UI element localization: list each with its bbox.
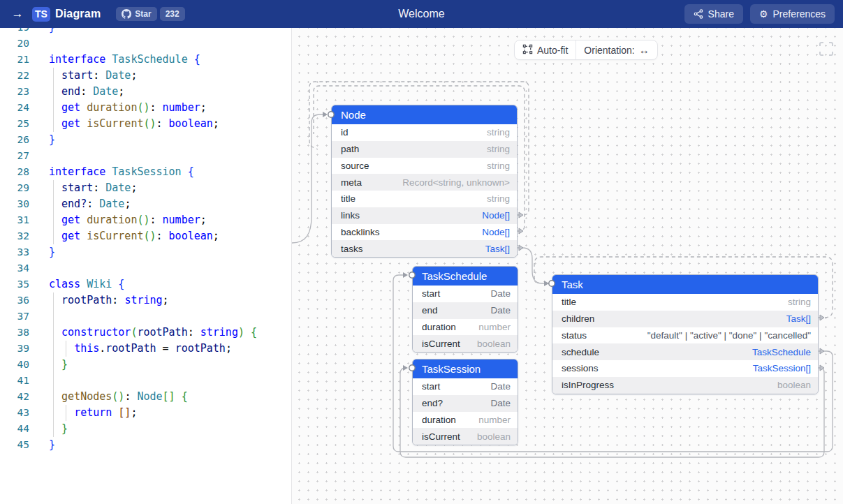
handle-task-schedule[interactable] bbox=[820, 348, 824, 354]
row-type[interactable]: Node[] bbox=[482, 227, 510, 237]
fullscreen-button[interactable] bbox=[819, 41, 834, 57]
code-text: } bbox=[29, 28, 55, 34]
entity-node[interactable]: NodeidstringpathstringsourcestringmetaRe… bbox=[331, 105, 518, 258]
row-type: number bbox=[478, 322, 511, 332]
code-text: get isCurrent(): boolean; bbox=[29, 230, 219, 242]
diagram-canvas[interactable]: NodeidstringpathstringsourcestringmetaRe… bbox=[292, 28, 843, 504]
code-text: end: Date; bbox=[29, 85, 124, 98]
code-text: rootPath: string; bbox=[29, 294, 169, 306]
row-name: sessions bbox=[562, 363, 599, 373]
handle-node-tasks[interactable] bbox=[519, 245, 523, 251]
preferences-label: Preferences bbox=[773, 8, 826, 20]
line-number: 23 bbox=[0, 84, 29, 100]
edge-wiki-to-node bbox=[292, 114, 323, 243]
share-button[interactable]: Share bbox=[684, 4, 743, 24]
line-number: 24 bbox=[0, 100, 29, 116]
row-type: string bbox=[487, 127, 510, 138]
row-name: status bbox=[562, 330, 587, 341]
ts-logo-badge: TS bbox=[32, 7, 50, 22]
entity-row-taskschedule-start: startDate bbox=[413, 286, 518, 302]
entity-row-taskschedule-duration: durationnumber bbox=[413, 319, 518, 336]
line-number: 21 bbox=[0, 52, 29, 68]
github-star-button[interactable]: Star 232 bbox=[116, 7, 184, 21]
app-logo[interactable]: TS Diagram bbox=[32, 7, 101, 22]
row-type: Date bbox=[490, 305, 511, 316]
code-line-31: 31 get duration(): number; bbox=[0, 212, 286, 228]
line-number: 33 bbox=[0, 244, 29, 260]
arrowhead-node bbox=[323, 112, 328, 117]
entity-taskschedule[interactable]: TaskSchedulestartDateendDatedurationnumb… bbox=[412, 266, 518, 353]
entity-title-node: Node bbox=[332, 105, 517, 124]
code-editor[interactable]: 19}2021interface TaskSchedule {22 start:… bbox=[0, 28, 286, 504]
code-line-42: 42 getNodes(): Node[] { bbox=[0, 389, 286, 405]
code-text bbox=[29, 374, 49, 387]
indent-guide bbox=[66, 341, 66, 357]
row-name: end bbox=[422, 305, 438, 316]
entity-row-node-tasks: tasksTask[] bbox=[332, 240, 517, 257]
handle-node-backlinks[interactable] bbox=[519, 228, 523, 234]
fullscreen-icon bbox=[819, 41, 834, 57]
entity-tasksession[interactable]: TaskSessionstartDateend?Datedurationnumb… bbox=[412, 359, 518, 445]
code-text: return []; bbox=[29, 406, 137, 419]
handle-task-children[interactable] bbox=[820, 315, 824, 320]
collapse-sidebar-icon[interactable]: → bbox=[10, 7, 25, 21]
code-lines: 19}2021interface TaskSchedule {22 start:… bbox=[0, 28, 286, 453]
line-number: 43 bbox=[0, 405, 29, 421]
code-text bbox=[29, 149, 49, 162]
code-line-38: 38 constructor(rootPath: string) { bbox=[0, 325, 286, 341]
line-number: 45 bbox=[0, 437, 29, 453]
entity-task[interactable]: TasktitlestringchildrenTask[]status"defa… bbox=[552, 274, 819, 394]
line-number: 44 bbox=[0, 421, 29, 437]
orientation-button[interactable]: Orientation: ↔ bbox=[576, 40, 657, 59]
share-label: Share bbox=[708, 8, 734, 20]
row-type[interactable]: TaskSchedule bbox=[752, 347, 811, 357]
code-text: } bbox=[29, 422, 68, 435]
autofit-icon bbox=[522, 44, 533, 57]
code-text bbox=[29, 262, 49, 274]
row-type[interactable]: Task[] bbox=[786, 313, 811, 324]
line-number: 30 bbox=[0, 196, 29, 212]
code-text: class Wiki { bbox=[29, 278, 124, 290]
entity-row-task-children: childrenTask[] bbox=[552, 311, 818, 327]
autofit-button[interactable]: Auto-fit bbox=[515, 40, 576, 59]
code-line-32: 32 get isCurrent(): boolean; bbox=[0, 228, 286, 244]
row-name: backlinks bbox=[341, 227, 380, 237]
code-line-33: 33} bbox=[0, 244, 286, 260]
row-type[interactable]: TaskSession[] bbox=[753, 363, 811, 373]
edge-tasks-to-task bbox=[518, 248, 544, 283]
code-line-41: 41 bbox=[0, 373, 286, 389]
row-type: Date bbox=[490, 398, 511, 408]
entity-row-task-isInProgress: isInProgressboolean bbox=[552, 377, 818, 394]
indent-guide bbox=[66, 405, 66, 421]
code-text bbox=[29, 37, 49, 50]
code-text: interface TaskSchedule { bbox=[29, 53, 200, 66]
entity-row-node-source: sourcestring bbox=[332, 158, 517, 175]
code-text: interface TaskSession { bbox=[29, 165, 194, 178]
code-line-25: 25 get isCurrent(): boolean; bbox=[0, 116, 286, 132]
code-text: get isCurrent(): boolean; bbox=[29, 117, 219, 130]
row-type: Record<string, unknown> bbox=[402, 177, 510, 188]
entity-row-tasksession-duration: durationnumber bbox=[413, 412, 518, 429]
code-line-39: 39 this.rootPath = rootPath; bbox=[0, 341, 286, 357]
entity-row-node-title: titlestring bbox=[332, 191, 517, 207]
code-text: this.rootPath = rootPath; bbox=[29, 342, 232, 355]
line-number: 41 bbox=[0, 373, 29, 389]
handle-task-sessions[interactable] bbox=[820, 365, 824, 371]
code-text: start: Date; bbox=[29, 69, 137, 82]
row-name: source bbox=[341, 161, 369, 171]
handle-node-links[interactable] bbox=[519, 212, 523, 218]
row-type[interactable]: Node[] bbox=[482, 210, 510, 221]
row-type: boolean bbox=[777, 380, 811, 390]
code-line-36: 36 rootPath: string; bbox=[0, 292, 286, 309]
arrowhead-tasksession bbox=[403, 365, 408, 371]
preferences-button[interactable]: ⚙ Preferences bbox=[750, 4, 835, 24]
row-type: Date bbox=[490, 288, 511, 299]
row-type[interactable]: Task[] bbox=[485, 244, 510, 254]
pane-resize-handle[interactable] bbox=[286, 28, 292, 504]
line-number: 26 bbox=[0, 132, 29, 148]
star-label: Star bbox=[135, 9, 151, 19]
code-text: end?: Date; bbox=[29, 198, 131, 210]
row-name: duration bbox=[422, 322, 456, 332]
code-text bbox=[29, 310, 49, 323]
line-number: 19 bbox=[0, 28, 29, 36]
